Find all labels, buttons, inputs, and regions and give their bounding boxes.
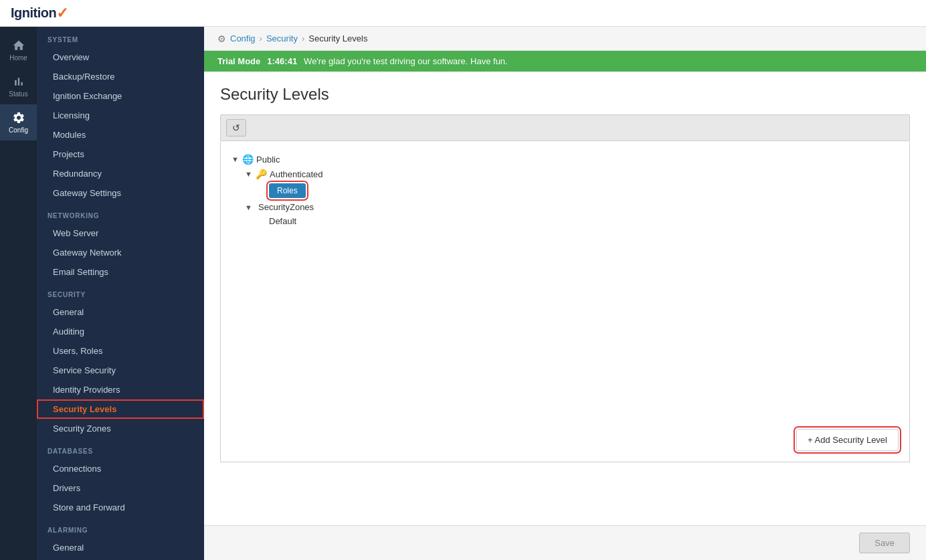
sidebar-item-auditing[interactable]: Auditing: [37, 322, 204, 341]
nav-home[interactable]: Home: [0, 32, 37, 68]
public-globe-icon: 🌐: [242, 154, 254, 165]
sidebar-item-drivers[interactable]: Drivers: [37, 478, 204, 498]
left-nav: SYSTEM Overview Backup/Restore Ignition …: [37, 27, 204, 560]
breadcrumb-sep2: ›: [302, 33, 304, 43]
breadcrumb: ⚙ Config › Security › Security Levels: [204, 27, 926, 51]
tree-area: ▼ 🌐 Public ▼ 🔑 Authenticated: [220, 141, 910, 462]
trial-mode-label: Trial Mode: [217, 56, 260, 66]
refresh-button[interactable]: ↺: [226, 119, 246, 136]
gear-icon: ⚙: [217, 33, 226, 44]
sidebar-item-gateway-network[interactable]: Gateway Network: [37, 243, 204, 262]
nav-status[interactable]: Status: [0, 68, 37, 104]
security-zones-children: Default: [256, 214, 901, 228]
sidebar-item-alarming-general[interactable]: General: [37, 538, 204, 557]
bottom-bar: Save: [204, 525, 926, 560]
page-title: Security Levels: [220, 85, 910, 104]
sidebar-item-licensing[interactable]: Licensing: [37, 106, 204, 125]
nav-config[interactable]: Config: [0, 104, 37, 141]
section-header-databases: DATABASES: [37, 438, 204, 459]
breadcrumb-security[interactable]: Security: [266, 33, 298, 43]
authenticated-children: Roles: [256, 181, 901, 200]
expand-authenticated-icon: ▼: [245, 170, 253, 178]
main-layout: Home Status Config SYSTEM Overview Backu…: [0, 27, 926, 560]
tree-node-security-zones[interactable]: ▼ SecurityZones: [242, 200, 901, 214]
page-content: Security Levels ↺ ▼ 🌐 Public ▼: [204, 72, 926, 525]
sidebar-item-email-settings[interactable]: Email Settings: [37, 262, 204, 282]
add-security-level-label: + Add Security Level: [808, 435, 887, 445]
section-header-networking: NETWORKING: [37, 203, 204, 223]
security-zones-label: SecurityZones: [258, 202, 314, 212]
sidebar-item-general[interactable]: General: [37, 302, 204, 322]
trial-banner: Trial Mode 1:46:41 We're glad you're tes…: [204, 51, 926, 72]
tree-node-roles[interactable]: Roles: [256, 181, 901, 200]
expand-public-icon: ▼: [232, 155, 240, 163]
logo-text: Ignition: [11, 5, 56, 21]
sidebar-item-modules[interactable]: Modules: [37, 125, 204, 145]
breadcrumb-current: Security Levels: [308, 33, 367, 43]
tree-node-default[interactable]: Default: [256, 214, 901, 228]
sidebar-item-identity-providers[interactable]: Identity Providers: [37, 380, 204, 399]
public-children: ▼ 🔑 Authenticated Roles ▼: [242, 167, 901, 228]
save-button[interactable]: Save: [859, 533, 910, 553]
nav-status-label: Status: [9, 90, 27, 98]
trial-message: We're glad you're test driving our softw…: [304, 56, 508, 66]
add-security-level-button[interactable]: + Add Security Level: [796, 429, 899, 451]
section-header-alarming: ALARMING: [37, 517, 204, 538]
nav-home-label: Home: [9, 54, 27, 62]
roles-button[interactable]: Roles: [269, 183, 306, 198]
sidebar-item-connections[interactable]: Connections: [37, 459, 204, 478]
tree-node-public[interactable]: ▼ 🌐 Public: [229, 152, 901, 167]
sidebar-item-security-levels[interactable]: Security Levels: [37, 399, 204, 419]
sidebar-item-projects[interactable]: Projects: [37, 145, 204, 164]
tree-node-authenticated[interactable]: ▼ 🔑 Authenticated: [242, 167, 901, 181]
sidebar-item-security-zones[interactable]: Security Zones: [37, 419, 204, 438]
authenticated-label: Authenticated: [270, 169, 323, 179]
logo: Ignition✓: [11, 5, 68, 22]
trial-time: 1:46:41: [267, 56, 297, 66]
logo-check: ✓: [56, 5, 68, 22]
expand-security-zones-icon: ▼: [245, 203, 253, 211]
public-label: Public: [256, 155, 280, 165]
sidebar-item-redundancy[interactable]: Redundancy: [37, 164, 204, 183]
toolbar: ↺: [220, 114, 910, 141]
default-label: Default: [269, 216, 296, 226]
top-bar: Ignition✓: [0, 0, 926, 27]
sidebar-item-overview[interactable]: Overview: [37, 48, 204, 67]
breadcrumb-sep1: ›: [260, 33, 262, 43]
breadcrumb-config[interactable]: Config: [230, 33, 256, 43]
sidebar-item-store-and-forward[interactable]: Store and Forward: [37, 498, 204, 517]
sidebar-item-users-roles[interactable]: Users, Roles: [37, 341, 204, 361]
sidebar-item-gateway-settings[interactable]: Gateway Settings: [37, 183, 204, 203]
key-icon: 🔑: [256, 169, 267, 179]
nav-config-label: Config: [9, 126, 28, 134]
content-area: ⚙ Config › Security › Security Levels Tr…: [204, 27, 926, 560]
sidebar-item-web-server[interactable]: Web Server: [37, 223, 204, 243]
icon-nav: Home Status Config: [0, 27, 37, 560]
sidebar-item-service-security[interactable]: Service Security: [37, 361, 204, 380]
section-header-security: SECURITY: [37, 282, 204, 302]
section-header-system: SYSTEM: [37, 27, 204, 48]
sidebar-item-backup-restore[interactable]: Backup/Restore: [37, 67, 204, 86]
sidebar-item-ignition-exchange[interactable]: Ignition Exchange: [37, 86, 204, 106]
